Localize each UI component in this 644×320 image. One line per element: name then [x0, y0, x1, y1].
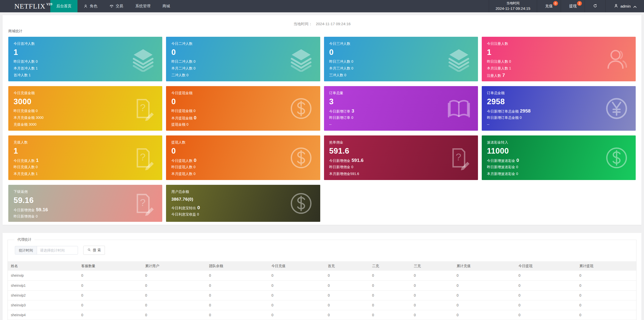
table-row: sheinvip10000000000	[8, 280, 636, 290]
stat-card: 派送彩金转入11000今日新增派送彩金0昨日新增派送彩金 0本月新增派送彩金 0	[482, 135, 636, 180]
file-edit-icon: ?	[131, 145, 156, 170]
main-menu: 后台首页角色交易系统管理商城	[50, 0, 176, 12]
card-stat-line: --	[329, 121, 478, 128]
table-cell: 0	[78, 300, 142, 310]
brand-version: V20	[47, 3, 53, 6]
menu-item-4[interactable]: 系统管理	[129, 0, 156, 12]
stat-card: 用户总余额3867.76(0)今日利息宝转出0今日利息宝收益 0	[166, 185, 320, 222]
table-cell: 0	[515, 280, 576, 290]
table-cell: 0	[411, 271, 454, 280]
recharge-button[interactable]: 充值 0	[537, 0, 561, 12]
page-local-time: 当地时间：2024-11-17 09:24:16	[8, 15, 636, 26]
table-cell: 0	[576, 310, 636, 320]
refresh-button[interactable]	[585, 0, 606, 12]
section-title-mall-stats: 商城统计	[8, 29, 636, 33]
withdraw-button[interactable]: 提现 2	[561, 0, 585, 12]
table-cell: 0	[268, 300, 325, 310]
table-cell: 0	[206, 271, 268, 280]
stat-card: 订单总量3今日新增订单3昨日新增订单 0--	[324, 86, 478, 131]
card-stat-strong-value: 1	[36, 157, 39, 164]
card-stat-strong-value: 59.16	[36, 206, 48, 213]
table-cell: 0	[576, 280, 636, 290]
stat-card: 今日二冲人数0昨日二冲人数 0本月二冲人数 0二冲人数 0	[166, 37, 320, 81]
table-cell: 0	[325, 271, 369, 280]
search-button[interactable]: 搜 索	[83, 246, 105, 255]
stat-time-input[interactable]	[37, 246, 78, 255]
layers-icon	[446, 47, 471, 72]
table-cell: sheinvip2	[8, 290, 78, 300]
menu-item-2[interactable]: 角色	[77, 0, 103, 12]
table-cell: 0	[411, 300, 454, 310]
card-title: 抢单佣金	[329, 140, 478, 145]
user-icon	[614, 4, 618, 9]
yen-circle-icon	[604, 96, 629, 121]
book-icon	[446, 96, 471, 121]
table-cell: 0	[78, 280, 142, 290]
stat-card: 今日三冲人数0昨日三冲人数 0本月三冲人数 0三冲人数 0	[324, 37, 478, 81]
table-cell: 0	[325, 280, 369, 290]
card-title: 今日三冲人数	[329, 42, 478, 46]
search-button-label: 搜 索	[93, 248, 101, 253]
card-title: 今日二冲人数	[171, 42, 320, 46]
stat-time-label: 统计时间	[15, 246, 37, 255]
card-title: 今日注册人数	[487, 42, 636, 46]
table-cell: 0	[515, 310, 576, 320]
menu-item-label: 交易	[116, 4, 123, 9]
stat-card: 提现人数0今日提现人数0昨日提现人数 0本月提现人数 0	[166, 135, 320, 180]
file-edit-icon: ?	[131, 191, 156, 216]
table-row: sheinvip20000000000	[8, 290, 636, 300]
card-stat-line: 本月新增派送彩金 0	[487, 170, 636, 177]
card-stat-line: 三冲人数 0	[329, 72, 478, 79]
withdraw-label: 提现	[569, 4, 577, 9]
agent-stats-fieldset: 代理统计 统计时间 搜 索 姓名客服数量累计用户团队余额今日充值首充二充三充累计…	[8, 237, 636, 320]
card-title: 订单总量	[329, 91, 478, 95]
stat-card: 今日充值金额3000昨日充值金额 0本月充值金额 3000充值金额 3000?	[8, 86, 162, 131]
brand-text: NETFLIX	[14, 2, 46, 10]
card-title: 今日充值金额	[14, 91, 162, 95]
file-edit-icon: ?	[131, 96, 156, 121]
card-stat-line: 注册人数7	[487, 72, 636, 79]
column-header: 二充	[369, 261, 411, 271]
card-stat-strong-value: 0	[194, 114, 196, 121]
menu-item-5[interactable]: 商城	[156, 0, 176, 12]
table-cell: 0	[454, 310, 515, 320]
brand-logo[interactable]: NETFLIX V20	[0, 0, 50, 12]
menu-item-3[interactable]: 交易	[103, 0, 129, 12]
table-cell: 0	[142, 290, 206, 300]
scales-icon	[109, 4, 114, 8]
menu-item-label: 角色	[90, 4, 97, 9]
layers-icon	[131, 47, 156, 72]
card-stat-strong-value: 7	[502, 72, 505, 79]
agent-stats-panel: 代理统计 统计时间 搜 索 姓名客服数量累计用户团队余额今日充值首充二充三充累计…	[3, 233, 641, 320]
table-cell: 0	[78, 290, 142, 300]
card-title: 今日提现金额	[171, 91, 320, 95]
dollar-circle-icon	[604, 145, 629, 170]
table-cell: 0	[206, 290, 268, 300]
page-time-label: 当地时间：	[293, 22, 312, 26]
page-time-value: 2024-11-17 09:24:16	[316, 22, 350, 26]
agent-table: 姓名客服数量累计用户团队余额今日充值首充二充三充累计充值今日提现累计提现 she…	[8, 261, 636, 320]
user-icon	[84, 4, 88, 8]
table-cell: 0	[454, 271, 515, 280]
page: NETFLIX V20 后台首页角色交易系统管理商城 当地时间 2024-11-…	[0, 0, 644, 320]
stat-card: 订单总金额2958今日新增订单总金额2958昨日新增订单总金额 0--	[482, 86, 636, 131]
column-header: 累计提现	[576, 261, 636, 271]
card-stat-line: 二冲人数 0	[171, 72, 320, 79]
stat-cards-grid: 今日首冲人数1昨日首冲人数 0本月首冲人数 1首冲人数 1今日二冲人数0昨日二冲…	[8, 37, 636, 222]
card-title: 提现人数	[171, 140, 320, 145]
stat-card: 今日注册人数1昨日注册人数 0本月注册人数 1注册人数7	[482, 37, 636, 81]
table-cell: 0	[369, 290, 411, 300]
withdraw-badge: 2	[577, 1, 582, 6]
table-cell: 0	[454, 290, 515, 300]
admin-menu[interactable]: admin	[606, 0, 644, 12]
column-header: 三充	[411, 261, 454, 271]
stat-card: 今日提现金额0昨日提现金额 0本月提现金额0提现金额 0	[166, 86, 320, 131]
menu-item-label: 后台首页	[56, 4, 71, 9]
table-cell: 0	[515, 271, 576, 280]
svg-text:?: ?	[456, 151, 461, 162]
agent-stats-legend: 代理统计	[14, 237, 34, 242]
table-cell: 0	[325, 310, 369, 320]
mall-stats-panel: 当地时间：2024-11-17 09:24:16 商城统计 今日首冲人数1昨日首…	[3, 15, 641, 225]
filter-row: 统计时间 搜 索	[15, 246, 636, 255]
menu-item-1[interactable]: 后台首页	[50, 0, 77, 12]
